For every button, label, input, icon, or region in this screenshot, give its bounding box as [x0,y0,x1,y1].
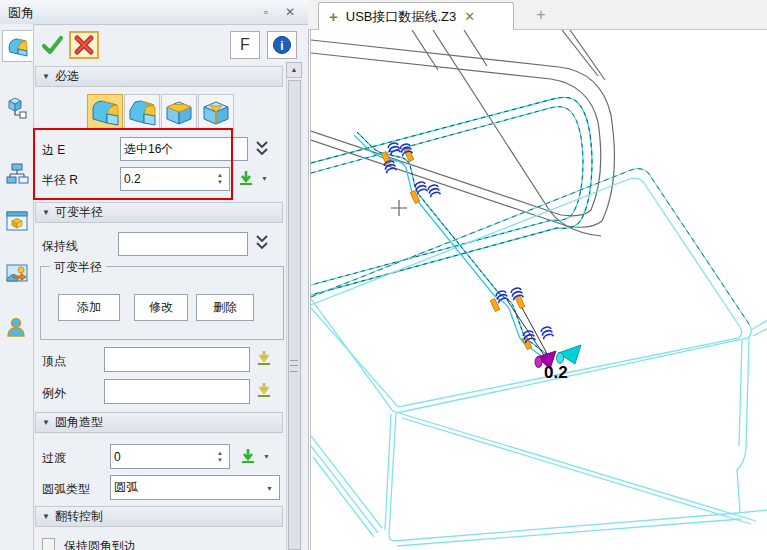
org-chart-icon [5,161,29,185]
transition-input[interactable]: 0 [110,444,230,469]
crosshair-cursor-icon [391,200,407,216]
section-fillet-shape[interactable]: ▼ 圆角造型 [35,412,283,433]
holdline-label: 保持线 [42,238,78,255]
float-window-icon[interactable]: ▫ [258,4,274,20]
cancel-button[interactable] [69,31,99,59]
green-pick-arrow-icon [236,169,256,189]
tab-close-icon[interactable]: ✕ [464,9,475,24]
app-window: 圆角 ▫ ✕ [0,0,767,550]
sidebar-item-render[interactable] [2,258,31,288]
sidebar-item-history[interactable] [2,92,31,122]
modify-label: 修改 [149,299,173,316]
green-pick-arrow-icon [238,447,258,467]
holdline-expand-button[interactable] [252,234,274,254]
holdline-input[interactable] [118,232,248,256]
keep-fillet-checkbox[interactable] [42,538,55,550]
section-variable-radius-title: 可变半径 [55,204,103,221]
svg-text:i: i [280,39,283,53]
double-chevron-down-icon [252,140,272,158]
keep-fillet-label: 保持圆角到边 [64,538,136,550]
3d-viewport[interactable]: 0.2 [310,30,767,550]
spin-down-icon: ▼ [217,179,223,186]
document-tabbar: + USB接口数据线.Z3 ✕ + [308,0,767,30]
tab-title: USB接口数据线.Z3 [346,8,457,26]
radius-drag-label: 0.2 [544,363,568,382]
fillet-type-vertex-button[interactable] [198,94,234,130]
panel-titlebar: 圆角 ▫ ✕ [0,0,308,25]
radius-pick-button[interactable] [236,169,256,189]
fillet-type-round-button[interactable] [87,94,123,130]
close-panel-icon[interactable]: ✕ [282,4,298,20]
cube-window-icon [5,209,29,233]
section-variable-radius[interactable]: ▼ 可变半径 [35,202,283,223]
radius-spinner[interactable]: ▲ ▼ [213,168,227,190]
doc-type-icon: + [329,8,338,25]
transition-pick-caret-icon[interactable]: ▼ [263,453,270,460]
spin-up-icon: ▲ [217,450,223,457]
sidebar-item-fillet[interactable] [2,30,33,62]
info-button[interactable]: i [267,31,297,59]
red-x-icon [73,34,95,56]
selected-edge-loop [311,97,592,295]
slot-selected-edges [354,132,554,363]
arc-type-combobox[interactable]: 圆弧 ▼ [110,475,280,500]
new-tab-button[interactable]: + [530,4,552,26]
radius-value: 0.2 [124,172,141,186]
exception-pick-button[interactable] [254,381,274,401]
ok-button[interactable] [38,31,66,59]
f-key-label: F [240,36,250,54]
scrollbar-grip-icon [290,360,298,372]
tab-active-document[interactable]: + USB接口数据线.Z3 ✕ [318,2,514,30]
info-icon: i [272,35,292,55]
vertex-pick-button[interactable] [254,349,274,369]
edge-input[interactable]: 选中16个 [120,137,248,161]
fillet-panel: 圆角 ▫ ✕ [0,0,309,550]
delete-label: 删除 [213,299,237,316]
section-required[interactable]: ▼ 必选 [35,66,283,87]
combo-caret-icon: ▼ [266,485,273,492]
scrollbar-up-button[interactable]: ▲ [286,62,302,78]
cube-tree-icon [5,95,29,119]
add-label: 添加 [77,299,101,316]
arc-type-label: 圆弧类型 [42,481,90,498]
section-required-title: 必选 [55,68,79,85]
scrollbar-thumb[interactable] [288,80,301,550]
fillet-type-chamfer-button[interactable] [124,94,160,130]
add-button[interactable]: 添加 [58,294,120,321]
fillet-icon [6,34,30,58]
vertex-input[interactable] [104,347,250,372]
collapse-arrow-icon: ▼ [42,512,50,521]
sidebar-item-assembly-tree[interactable] [2,158,31,188]
scroll-up-icon: ▲ [291,66,298,73]
transition-pick-button[interactable] [238,447,258,467]
section-fillet-shape-title: 圆角造型 [55,414,103,431]
modify-button[interactable]: 修改 [134,294,188,321]
exception-input[interactable] [104,379,250,404]
sidebar-item-visualize[interactable] [2,206,31,236]
check-icon [40,33,64,57]
radius-pick-caret-icon[interactable]: ▼ [261,175,268,182]
panel-scrollbar[interactable] [286,62,303,550]
transition-label: 过渡 [42,450,66,467]
wireframe-canvas: 0.2 [311,30,767,550]
radius-label: 半径 R [42,172,78,189]
edge-expand-button[interactable] [252,140,274,160]
exception-label: 例外 [42,385,66,402]
direction-arrow-handle[interactable] [557,345,582,364]
delete-button[interactable]: 删除 [196,294,254,321]
image-render-icon [5,261,29,285]
spin-down-icon: ▼ [217,457,223,464]
upper-housing-wireframe [311,30,614,236]
vertex-label: 顶点 [42,353,66,370]
fillet-round-icon [90,97,120,127]
transition-spinner[interactable]: ▲ ▼ [213,445,227,468]
panel-title: 圆角 [8,4,34,22]
sidebar-item-role[interactable] [2,312,31,342]
edge-label: 边 E [42,142,65,159]
f-key-button[interactable]: F [230,31,260,59]
arc-type-value: 圆弧 [114,479,138,496]
lower-box-hidden-edge [311,169,749,324]
section-flip-control[interactable]: ▼ 翻转控制 [35,506,283,527]
yellow-pick-arrow-icon [254,381,274,401]
fillet-type-corner-button[interactable] [161,94,197,130]
